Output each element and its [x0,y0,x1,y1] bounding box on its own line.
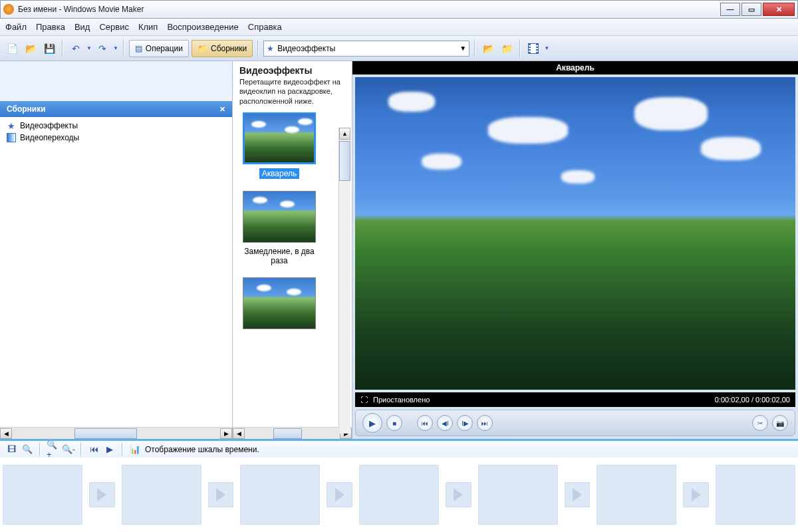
menu-help[interactable]: Справка [248,22,282,32]
tasks-icon: ▤ [135,44,142,53]
collection-combo[interactable]: ★ Видеоэффекты ▼ [263,41,469,57]
redo-dropdown[interactable]: ▼ [113,45,118,51]
scroll-left-button[interactable]: ◀ [233,428,245,439]
redo-button[interactable]: ↷ [94,41,110,57]
zoom-in-icon[interactable]: 🔍+ [47,444,59,456]
undo-dropdown[interactable]: ▼ [86,45,92,51]
storyboard-clip-slot[interactable] [716,465,795,525]
storyboard-clip-slot[interactable] [3,465,82,525]
app-icon [3,4,14,15]
close-button[interactable]: ✕ [763,3,795,16]
storyboard-clip-slot[interactable] [240,465,320,525]
star-icon: ★ [267,44,274,53]
frame-back-button[interactable]: ◀Ⅰ [437,415,453,431]
scroll-right-button[interactable]: ▶ [220,428,232,439]
storyboard-clip-slot[interactable] [597,465,676,525]
storyboard-transition-slot[interactable] [565,482,591,507]
timeline-view-icon[interactable]: 🎞 [5,444,17,456]
separator [80,443,82,456]
playback-status: Приостановлено [373,396,430,404]
view-dropdown[interactable]: ▼ [544,45,549,51]
save-project-button[interactable]: 💾 [41,41,57,57]
menu-clip[interactable]: Клип [138,22,158,32]
menu-view[interactable]: Вид [74,22,90,32]
collections-header-label: Сборники [7,104,46,114]
previous-button[interactable]: ⏮ [417,415,433,431]
menu-play[interactable]: Воспроизведение [167,22,238,32]
collections-tree: ★ Видеоэффекты Видеопереходы [0,117,232,427]
horizontal-scrollbar[interactable]: ◀ ▶ [233,427,352,439]
scroll-thumb[interactable] [273,428,302,439]
stop-button[interactable]: ■ [386,415,402,431]
next-button[interactable]: ⏭ [477,415,493,431]
storyboard[interactable] [0,458,798,532]
play-timeline-icon[interactable]: ▶ [104,444,116,456]
timeline-label[interactable]: Отображение шкалы времени. [145,445,259,454]
playback-time: 0:00:02,00 / 0:00:02,00 [715,396,790,404]
storyboard-transition-slot[interactable] [683,482,709,507]
new-project-button[interactable]: 📄 [4,41,20,57]
view-options-button[interactable] [525,41,541,57]
scroll-up-button[interactable]: ▲ [339,128,350,140]
vertical-scrollbar[interactable]: ▲ [338,128,350,434]
separator [474,40,475,57]
storyboard-transition-slot[interactable] [208,482,234,507]
operations-label: Операции [146,44,183,53]
storyboard-clip-slot[interactable] [359,465,439,525]
scroll-track[interactable] [12,428,220,439]
split-clip-button[interactable]: ✂ [752,415,768,431]
new-folder-button[interactable]: 📁 [499,41,515,57]
open-project-button[interactable]: 📂 [23,41,39,57]
storyboard-clip-slot[interactable] [122,465,201,525]
playback-controls: ▶ ■ ⏮ ◀Ⅰ Ⅰ▶ ⏭ ✂ 📷 [355,410,795,436]
tree-item-label: Видеоэффекты [20,121,78,130]
menu-edit[interactable]: Правка [36,22,65,32]
rewind-icon[interactable]: ⏮ [88,444,100,456]
maximize-button[interactable]: ▭ [741,3,761,16]
take-photo-button[interactable]: 📷 [772,415,788,431]
horizontal-scrollbar[interactable]: ◀ ▶ [0,427,232,439]
close-pane-button[interactable]: ✕ [219,105,225,114]
storyboard-clip-slot[interactable] [478,465,558,525]
effect-item[interactable] [239,277,319,329]
storyboard-transition-slot[interactable] [446,482,471,507]
up-level-button[interactable]: 📂 [480,41,496,57]
preview-pane: Акварель ⛶ Приостановлено 0:00:02,00 / 0… [352,61,798,439]
menu-tools[interactable]: Сервис [99,22,129,32]
storyboard-transition-slot[interactable] [89,482,115,507]
separator [123,40,124,57]
effect-item-watercolor[interactable]: Акварель [239,112,319,179]
effects-instructions: Перетащите видеоэффект на видеоклип на р… [239,77,345,106]
frame-forward-button[interactable]: Ⅰ▶ [457,415,473,431]
play-button[interactable]: ▶ [362,413,382,433]
effect-thumbnail [243,112,316,164]
fullscreen-icon[interactable]: ⛶ [360,396,368,404]
storyboard-transition-slot[interactable] [327,482,352,507]
scroll-thumb[interactable] [74,428,137,439]
tree-item-video-effects[interactable]: ★ Видеоэффекты [0,120,232,132]
tree-item-label: Видеопереходы [20,133,79,142]
collections-label: Сборники [211,44,247,53]
minimize-button[interactable]: — [720,3,740,16]
scroll-left-button[interactable]: ◀ [0,428,12,439]
timeline-mode-icon[interactable]: 📊 [129,444,141,456]
separator [39,443,41,456]
separator [122,443,123,456]
collections-header: Сборники ✕ [0,101,232,117]
effects-pane: Видеоэффекты Перетащите видеоэффект на в… [233,61,352,439]
effect-label: Акварель [259,168,299,179]
collections-pane: Сборники ✕ ★ Видеоэффекты Видеопереходы … [0,61,233,439]
effect-item-slowdown[interactable]: Замедление, в два раза [239,191,319,265]
undo-button[interactable]: ↶ [68,41,84,57]
scroll-track[interactable] [245,428,340,439]
operations-button[interactable]: ▤ Операции [129,40,189,57]
zoom-fit-icon[interactable]: 🔍 [21,444,33,456]
zoom-out-icon[interactable]: 🔍- [63,444,74,456]
effects-title: Видеоэффекты [239,65,345,76]
tree-item-video-transitions[interactable]: Видеопереходы [0,132,232,144]
separator [257,40,259,57]
scroll-thumb[interactable] [339,141,350,181]
menu-file[interactable]: Файл [5,22,27,32]
combo-value: Видеоэффекты [277,44,335,53]
collections-button[interactable]: 📁 Сборники [192,40,253,57]
